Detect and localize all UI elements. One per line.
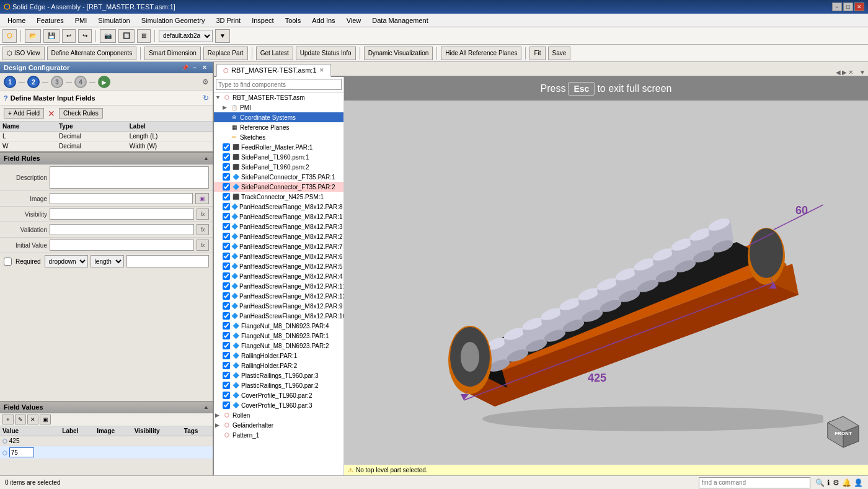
- image-browse-button[interactable]: ▣: [195, 193, 209, 204]
- tree-item-panhead5[interactable]: 🔷 PanHeadScrewFlange_M8x12.PAR:5: [214, 261, 343, 271]
- visibility-fx-button[interactable]: fx: [197, 209, 209, 220]
- fv-image-button[interactable]: ▣: [40, 415, 51, 424]
- tree-check-panhead7[interactable]: [223, 243, 230, 250]
- step-go-button[interactable]: ▶: [98, 76, 110, 88]
- panel-minimize-button[interactable]: −: [190, 64, 199, 71]
- tree-search-input[interactable]: [216, 79, 342, 90]
- menu-data-mgmt[interactable]: Data Management: [367, 16, 433, 25]
- tree-item-coverprof2[interactable]: 🔷 CoverProfile_TL960.par:2: [214, 390, 343, 400]
- tree-item-plasticrail2[interactable]: 🔷 PlasticRailings_TL960.par:2: [214, 380, 343, 390]
- tree-check-railholder2[interactable]: [223, 362, 230, 369]
- tree-check-feedroller[interactable]: [223, 143, 230, 151]
- tab-rbt-master[interactable]: ⬡ RBT_MASTER-TEST.asm:1 ✕: [216, 64, 331, 77]
- menu-addins[interactable]: Add Ins: [307, 16, 340, 25]
- tree-check-panhead9[interactable]: [223, 302, 230, 310]
- tree-check-panhead3[interactable]: [223, 223, 230, 230]
- fv-edit-button[interactable]: ✎: [15, 415, 26, 424]
- find-command-input[interactable]: [699, 477, 810, 488]
- field-row-W[interactable]: W Decimal Width (W): [0, 141, 213, 151]
- fit-button[interactable]: Fit: [529, 47, 545, 60]
- tree-item-flangenut4[interactable]: 🔷 FlangeNut_M8_DIN6923.PAR:4: [214, 321, 343, 331]
- tree-check-flangenut4[interactable]: [223, 322, 230, 330]
- camera-button[interactable]: 📷: [100, 29, 116, 43]
- tree-item-railholder1[interactable]: 🔷 RailingHolder.PAR:1: [214, 351, 343, 361]
- step-2[interactable]: 2: [27, 76, 40, 88]
- required-checkbox[interactable]: [4, 258, 12, 266]
- orientation-cube[interactable]: FRONT: [825, 413, 862, 451]
- tree-item-pmi[interactable]: ▶ 📋 PMI: [214, 102, 343, 112]
- tree-check-sidepanel1[interactable]: [223, 153, 230, 161]
- tree-item-panhead6[interactable]: 🔷 PanHeadScrewFlange_M8x12.PAR:6: [214, 251, 343, 261]
- tree-check-panhead10[interactable]: [223, 312, 230, 320]
- image-input[interactable]: [50, 193, 193, 204]
- tree-check-sidepanel2[interactable]: [223, 163, 230, 171]
- tree-item-panhead7[interactable]: 🔷 PanHeadScrewFlange_M8x12.PAR:7: [214, 241, 343, 251]
- grid-btn[interactable]: ⊞: [137, 29, 151, 43]
- fv-row-75[interactable]: ⬡: [0, 446, 213, 459]
- app-icon-btn[interactable]: ⬡: [2, 29, 17, 43]
- tree-check-sidepanelcon2[interactable]: [223, 183, 230, 191]
- add-field-button[interactable]: + Add Field: [4, 108, 44, 119]
- tree-item-pattern1[interactable]: ⬡ Pattern_1: [214, 430, 343, 440]
- menu-features[interactable]: Features: [32, 16, 68, 25]
- refresh-icon[interactable]: ↻: [203, 94, 209, 102]
- tree-item-panhead11[interactable]: 🔷 PanHeadScrewFlange_M8x12.PAR:11: [214, 281, 343, 291]
- step-3[interactable]: 3: [51, 76, 63, 88]
- save-button[interactable]: Save: [548, 47, 571, 60]
- step-1[interactable]: 1: [4, 76, 16, 88]
- define-alternate-button[interactable]: Define Alternate Components: [47, 47, 137, 60]
- tree-check-panhead11[interactable]: [223, 282, 230, 290]
- profile-dropdown[interactable]: ▼: [215, 29, 230, 43]
- iso-view-button[interactable]: ⬡ ISO View: [2, 47, 45, 60]
- status-icon-settings[interactable]: ⚙: [833, 478, 839, 487]
- fv-delete-button[interactable]: ✕: [27, 415, 38, 424]
- hide-ref-planes-button[interactable]: Hide All Reference Planes: [441, 47, 521, 60]
- profile-select[interactable]: default.axb2a: [159, 30, 213, 42]
- menu-pmi[interactable]: PMI: [70, 16, 92, 25]
- menu-simulation[interactable]: Simulation: [93, 16, 135, 25]
- tree-item-feedroller[interactable]: ⬛ FeedRoller_Master.PAR:1: [214, 142, 343, 152]
- visibility-input[interactable]: [50, 209, 194, 220]
- field-values-header[interactable]: Field Values ▲: [0, 402, 213, 413]
- initial-value-input[interactable]: [50, 240, 194, 251]
- tree-item-coverprof3[interactable]: 🔷 CoverProfile_TL960.par:3: [214, 400, 343, 410]
- tab-nav-left[interactable]: ◀: [836, 69, 841, 76]
- panel-close-button[interactable]: ✕: [200, 64, 209, 71]
- description-input[interactable]: [50, 166, 209, 189]
- menu-home[interactable]: Home: [2, 16, 30, 25]
- step-4[interactable]: 4: [74, 76, 87, 88]
- menu-inspect[interactable]: Inspect: [247, 16, 278, 25]
- tree-item-sidepanelcon2[interactable]: 🔷 SidePanelConnector_FT35.PAR:2: [214, 182, 343, 192]
- field-values-toggle[interactable]: ▲: [203, 404, 209, 410]
- status-icon-user[interactable]: 👤: [854, 478, 863, 487]
- render-select[interactable]: dropdown: [45, 255, 88, 267]
- undo-button[interactable]: ↩: [62, 29, 76, 43]
- status-icon-notifications[interactable]: 🔔: [842, 478, 851, 487]
- tree-item-railholder2[interactable]: 🔷 RailingHolder.PAR:2: [214, 361, 343, 370]
- validation-fx-button[interactable]: fx: [197, 224, 209, 235]
- tree-check-sidepanelcon1[interactable]: [223, 173, 230, 181]
- steps-settings-icon[interactable]: ⚙: [202, 78, 209, 86]
- viewport[interactable]: Press Esc to exit full screen: [344, 77, 868, 475]
- tree-check-panhead1[interactable]: [223, 213, 230, 220]
- fv-edit-input[interactable]: [9, 447, 34, 457]
- unit-select[interactable]: length: [91, 255, 124, 267]
- tab-close-button[interactable]: ✕: [319, 67, 324, 73]
- field-row-L[interactable]: L Decimal Length (L): [0, 132, 213, 141]
- tree-item-panhead3[interactable]: 🔷 PanHeadScrewFlange_M8x12.PAR:3: [214, 222, 343, 231]
- fv-add-button[interactable]: +: [2, 415, 14, 424]
- tree-check-railholder1[interactable]: [223, 352, 230, 359]
- smart-dimension-button[interactable]: Smart Dimension: [144, 47, 201, 60]
- tab-nav-right[interactable]: ▶: [842, 69, 847, 76]
- options-input[interactable]: [126, 255, 209, 267]
- fv-row-425[interactable]: ⬡ 425: [0, 436, 213, 446]
- tree-item-plasticrail3[interactable]: 🔷 PlasticRailings_TL960.par:3: [214, 370, 343, 380]
- tree-item-sidepanelcon1[interactable]: 🔷 SidePanelConnector_FT35.PAR:1: [214, 172, 343, 182]
- tree-check-panhead2[interactable]: [223, 233, 230, 240]
- tree-check-panhead8[interactable]: [223, 203, 230, 210]
- menu-3dprint[interactable]: 3D Print: [211, 16, 246, 25]
- replace-part-button[interactable]: Replace Part: [203, 47, 248, 60]
- view-btn[interactable]: 🔲: [118, 29, 135, 43]
- tree-item-panhead10[interactable]: 🔷 PanHeadScrewFlange_M8x12.PAR:10: [214, 311, 343, 321]
- validation-input[interactable]: [50, 224, 194, 235]
